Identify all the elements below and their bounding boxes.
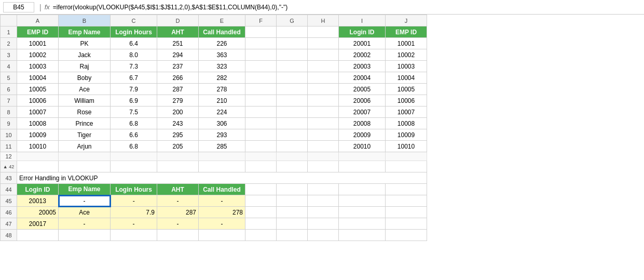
cell-a2[interactable]: 10001 <box>17 38 59 49</box>
cell-d9[interactable]: 243 <box>157 118 199 129</box>
cell-d2[interactable]: 251 <box>157 38 199 49</box>
cell-a7[interactable]: 10006 <box>17 95 59 106</box>
cell-i11[interactable]: 20010 <box>339 141 386 152</box>
cell-a46[interactable]: 20005 <box>17 207 59 218</box>
cell-j4[interactable]: 10003 <box>386 61 427 72</box>
cell-j8[interactable]: 10007 <box>386 106 427 118</box>
cell-i6[interactable]: 20005 <box>339 84 386 95</box>
cell-b46[interactable]: Ace <box>59 207 111 218</box>
cell-d8[interactable]: 200 <box>157 106 199 118</box>
cell-g5[interactable] <box>277 72 308 84</box>
cell-h5[interactable] <box>308 72 339 84</box>
cell-e1[interactable]: Call Handled <box>199 26 245 38</box>
cell-d1[interactable]: AHT <box>157 26 199 38</box>
cell-b7[interactable]: William <box>59 95 111 106</box>
cell-b1[interactable]: Emp Name <box>59 26 111 38</box>
cell-g7[interactable] <box>277 95 308 106</box>
cell-g11[interactable] <box>277 141 308 152</box>
cell-a8[interactable]: 10007 <box>17 106 59 118</box>
cell-j9[interactable]: 10008 <box>386 118 427 129</box>
cell-e9[interactable]: 306 <box>199 118 245 129</box>
cell-i3[interactable]: 20002 <box>339 49 386 61</box>
cell-a11[interactable]: 10010 <box>17 141 59 152</box>
cell-g6[interactable] <box>277 84 308 95</box>
cell-b3[interactable]: Jack <box>59 49 111 61</box>
cell-i8[interactable]: 20007 <box>339 106 386 118</box>
cell-j1[interactable]: EMP ID <box>386 26 427 38</box>
cell-f7[interactable] <box>245 95 277 106</box>
cell-reference[interactable] <box>3 2 34 12</box>
cell-g4[interactable] <box>277 61 308 72</box>
cell-b4[interactable]: Raj <box>59 61 111 72</box>
cell-d6[interactable]: 287 <box>157 84 199 95</box>
cell-e47[interactable]: - <box>199 218 245 230</box>
cell-a1[interactable]: EMP ID <box>17 26 59 38</box>
cell-e11[interactable]: 285 <box>199 141 245 152</box>
cell-j11[interactable]: 10010 <box>386 141 427 152</box>
cell-a6[interactable]: 10005 <box>17 84 59 95</box>
cell-h8[interactable] <box>308 106 339 118</box>
cell-c5[interactable]: 6.7 <box>111 72 157 84</box>
col-header-f[interactable]: F <box>245 15 277 26</box>
cell-d44[interactable]: AHT <box>157 184 199 195</box>
cell-a5[interactable]: 10004 <box>17 72 59 84</box>
col-header-b[interactable]: B <box>59 15 111 26</box>
col-header-h[interactable]: H <box>308 15 339 26</box>
cell-a45[interactable]: 20013 <box>17 195 59 207</box>
cell-c7[interactable]: 6.9 <box>111 95 157 106</box>
cell-c46[interactable]: 7.9 <box>111 207 157 218</box>
cell-e10[interactable]: 293 <box>199 129 245 141</box>
cell-f10[interactable] <box>245 129 277 141</box>
cell-e4[interactable]: 323 <box>199 61 245 72</box>
col-header-a[interactable]: A <box>17 15 59 26</box>
cell-i7[interactable]: 20006 <box>339 95 386 106</box>
cell-c1[interactable]: Login Hours <box>111 26 157 38</box>
cell-j5[interactable]: 10004 <box>386 72 427 84</box>
cell-e3[interactable]: 363 <box>199 49 245 61</box>
cell-h2[interactable] <box>308 38 339 49</box>
cell-h7[interactable] <box>308 95 339 106</box>
col-header-j[interactable]: J <box>386 15 427 26</box>
cell-b5[interactable]: Boby <box>59 72 111 84</box>
cell-a3[interactable]: 10002 <box>17 49 59 61</box>
cell-b45[interactable]: - <box>59 195 111 207</box>
cell-e5[interactable]: 282 <box>199 72 245 84</box>
cell-c6[interactable]: 7.9 <box>111 84 157 95</box>
cell-h4[interactable] <box>308 61 339 72</box>
cell-c47[interactable]: - <box>111 218 157 230</box>
cell-d46[interactable]: 287 <box>157 207 199 218</box>
cell-e46[interactable]: 278 <box>199 207 245 218</box>
cell-f3[interactable] <box>245 49 277 61</box>
cell-a4[interactable]: 10003 <box>17 61 59 72</box>
cell-b9[interactable]: Prince <box>59 118 111 129</box>
cell-c9[interactable]: 6.8 <box>111 118 157 129</box>
cell-f9[interactable] <box>245 118 277 129</box>
cell-a9[interactable]: 10008 <box>17 118 59 129</box>
cell-c2[interactable]: 6.4 <box>111 38 157 49</box>
cell-b2[interactable]: PK <box>59 38 111 49</box>
cell-i10[interactable]: 20009 <box>339 129 386 141</box>
col-header-g[interactable]: G <box>277 15 308 26</box>
cell-g10[interactable] <box>277 129 308 141</box>
cell-f6[interactable] <box>245 84 277 95</box>
cell-e44[interactable]: Call Handled <box>199 184 245 195</box>
cell-h6[interactable] <box>308 84 339 95</box>
cell-e8[interactable]: 224 <box>199 106 245 118</box>
cell-h3[interactable] <box>308 49 339 61</box>
cell-d45[interactable]: - <box>157 195 199 207</box>
cell-a44[interactable]: Login ID <box>17 184 59 195</box>
cell-i4[interactable]: 20003 <box>339 61 386 72</box>
cell-j7[interactable]: 10006 <box>386 95 427 106</box>
cell-b10[interactable]: Tiger <box>59 129 111 141</box>
cell-h1[interactable] <box>308 26 339 38</box>
cell-d3[interactable]: 294 <box>157 49 199 61</box>
cell-i1[interactable]: Login ID <box>339 26 386 38</box>
cell-g2[interactable] <box>277 38 308 49</box>
cell-b44[interactable]: Emp Name <box>59 184 111 195</box>
cell-c10[interactable]: 6.6 <box>111 129 157 141</box>
cell-c8[interactable]: 7.5 <box>111 106 157 118</box>
col-header-c[interactable]: C <box>111 15 157 26</box>
cell-j10[interactable]: 10009 <box>386 129 427 141</box>
cell-d11[interactable]: 205 <box>157 141 199 152</box>
cell-g3[interactable] <box>277 49 308 61</box>
